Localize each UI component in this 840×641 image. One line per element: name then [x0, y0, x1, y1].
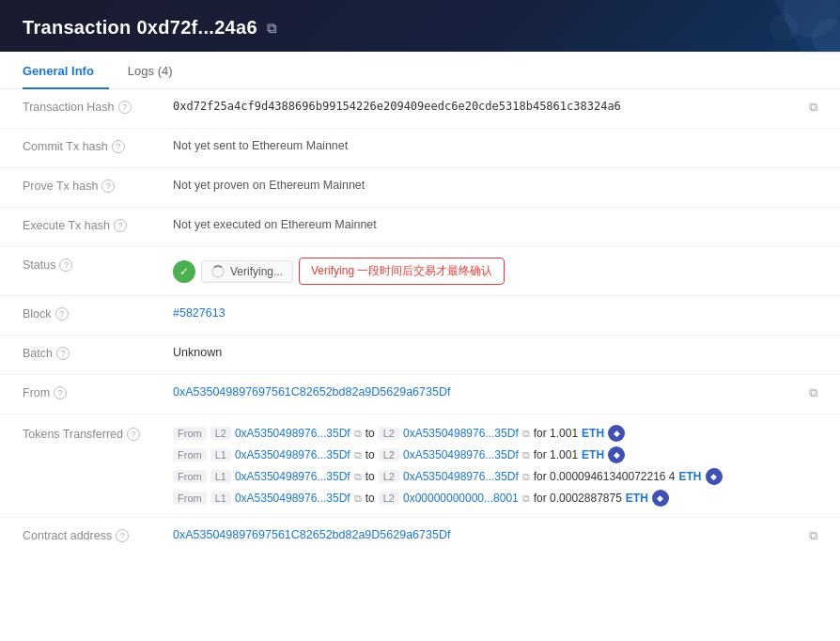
to-layer-3: L2 — [379, 470, 399, 483]
eth-icon-1[interactable]: ◆ — [608, 425, 625, 442]
help-commit-tx[interactable]: ? — [112, 140, 125, 153]
to-addr-4[interactable]: 0x00000000000...8001 — [403, 492, 519, 505]
help-batch[interactable]: ? — [56, 347, 70, 360]
svg-point-2 — [770, 14, 798, 42]
page-container: Transaction 0xd72f...24a6 ⧉ General Info… — [0, 0, 840, 641]
copy-contract-address[interactable]: ⧉ — [809, 528, 817, 543]
from-layer-2: From — [173, 448, 207, 461]
layer-l1-4: L1 — [210, 492, 231, 505]
copy-addr-to-2[interactable]: ⧉ — [522, 449, 530, 461]
label-batch: Batch ? — [23, 346, 173, 360]
row-block: Block ? #5827613 — [0, 296, 840, 336]
label-block: Block ? — [23, 306, 173, 320]
row-contract-address: Contract address ? 0xA535049897697561C82… — [0, 518, 840, 557]
copy-addr-from-1[interactable]: ⧉ — [354, 428, 362, 440]
block-link[interactable]: #5827613 — [173, 306, 226, 320]
layer-l2-1: L2 — [210, 427, 231, 440]
tab-logs[interactable]: Logs (4) — [128, 53, 188, 89]
row-tokens-transferred: Tokens Transferred ? From L2 0xA53504989… — [0, 414, 840, 518]
label-prove-tx: Prove Tx hash ? — [23, 179, 173, 193]
to-layer-1: L2 — [379, 427, 399, 440]
label-from: From ? — [23, 385, 173, 399]
label-execute-tx: Execute Tx hash ? — [23, 218, 173, 232]
token-transfer-line-3: From L1 0xA5350498976...35Df ⧉ to L2 0xA… — [173, 468, 723, 485]
value-tokens-transferred: From L2 0xA5350498976...35Df ⧉ to L2 0xA… — [173, 425, 817, 507]
eth-token-3[interactable]: ETH — [679, 470, 702, 483]
tabs-bar: General Info Logs (4) — [0, 52, 840, 89]
help-transaction-hash[interactable]: ? — [118, 101, 132, 114]
value-status: ✓ Verifying... Verifying 一段时间后交易才最终确认 — [173, 258, 817, 285]
layer-l1-2: L1 — [210, 448, 231, 461]
token-transfer-line-4: From L1 0xA5350498976...35Df ⧉ to L2 0x0… — [173, 490, 669, 507]
row-execute-tx: Execute Tx hash ? Not yet executed on Et… — [0, 208, 840, 247]
eth-icon-4[interactable]: ◆ — [652, 490, 669, 507]
row-from: From ? 0xA535049897697561C82652bd82a9D56… — [0, 375, 840, 414]
label-commit-tx: Commit Tx hash ? — [23, 139, 173, 153]
to-layer-2: L2 — [379, 448, 399, 461]
help-status[interactable]: ? — [59, 258, 72, 272]
eth-icon-3[interactable]: ◆ — [706, 468, 723, 485]
to-addr-3[interactable]: 0xA5350498976...35Df — [403, 470, 519, 483]
from-layer-1: From — [173, 427, 207, 440]
to-addr-2[interactable]: 0xA5350498976...35Df — [403, 448, 519, 461]
contract-address-link[interactable]: 0xA535049897697561C82652bd82a9D5629a6735… — [173, 528, 450, 541]
label-status: Status ? — [23, 258, 173, 272]
spinner-icon — [211, 265, 225, 278]
status-check-icon: ✓ — [173, 260, 195, 283]
verifying-tooltip: Verifying 一段时间后交易才最终确认 — [299, 258, 505, 285]
token-transfer-line-1: From L2 0xA5350498976...35Df ⧉ to L2 0xA… — [173, 425, 625, 442]
value-contract-address: 0xA535049897697561C82652bd82a9D5629a6735… — [173, 528, 809, 541]
header-copy-icon[interactable]: ⧉ — [267, 20, 277, 37]
from-addr-2[interactable]: 0xA5350498976...35Df — [235, 448, 350, 461]
layer-l1-3: L1 — [210, 470, 231, 483]
copy-transaction-hash[interactable]: ⧉ — [809, 100, 817, 115]
row-transaction-hash: Transaction Hash ? 0xd72f25a4cf9d4388696… — [0, 89, 840, 129]
verifying-badge: Verifying... — [201, 260, 293, 283]
help-tokens-transferred[interactable]: ? — [127, 428, 140, 441]
tab-general-info[interactable]: General Info — [23, 53, 109, 89]
copy-addr-from-4[interactable]: ⧉ — [354, 492, 362, 505]
row-commit-tx: Commit Tx hash ? Not yet sent to Ethereu… — [0, 129, 840, 168]
to-layer-4: L2 — [379, 492, 399, 505]
from-address-link[interactable]: 0xA535049897697561C82652bd82a9D5629a6735… — [173, 385, 450, 399]
copy-addr-from-2[interactable]: ⧉ — [354, 449, 362, 461]
help-contract-address[interactable]: ? — [116, 529, 129, 542]
value-execute-tx: Not yet executed on Ethereum Mainnet — [173, 218, 817, 231]
value-from: 0xA535049897697561C82652bd82a9D5629a6735… — [173, 385, 809, 399]
eth-icon-2[interactable]: ◆ — [608, 446, 625, 463]
to-addr-1[interactable]: 0xA5350498976...35Df — [403, 427, 519, 440]
copy-from-address[interactable]: ⧉ — [809, 385, 817, 400]
help-block[interactable]: ? — [55, 307, 69, 320]
value-block: #5827613 — [173, 306, 817, 320]
eth-token-1[interactable]: ETH — [582, 427, 604, 440]
label-contract-address: Contract address ? — [23, 528, 173, 542]
from-layer-4: From — [173, 492, 207, 505]
copy-addr-to-3[interactable]: ⧉ — [522, 471, 530, 483]
help-execute-tx[interactable]: ? — [114, 219, 127, 232]
row-status: Status ? ✓ Verifying... Verifying 一段时间后交… — [0, 247, 840, 296]
eth-token-2[interactable]: ETH — [582, 448, 604, 461]
help-prove-tx[interactable]: ? — [101, 180, 115, 193]
svg-marker-3 — [774, 0, 840, 55]
page-title: Transaction 0xd72f...24a6 — [23, 17, 257, 39]
svg-point-1 — [812, 19, 840, 55]
value-prove-tx: Not yet proven on Ethereum Mainnet — [173, 179, 817, 192]
copy-addr-to-4[interactable]: ⧉ — [522, 492, 530, 505]
header-decoration — [699, 0, 840, 55]
from-addr-3[interactable]: 0xA5350498976...35Df — [235, 470, 350, 483]
content-area: Transaction Hash ? 0xd72f25a4cf9d4388696… — [0, 89, 840, 557]
copy-addr-to-1[interactable]: ⧉ — [522, 428, 530, 440]
label-transaction-hash: Transaction Hash ? — [23, 100, 173, 114]
from-layer-3: From — [173, 470, 207, 483]
row-batch: Batch ? Unknown — [0, 336, 840, 375]
help-from[interactable]: ? — [54, 386, 67, 399]
value-batch: Unknown — [173, 346, 817, 359]
from-addr-4[interactable]: 0xA5350498976...35Df — [235, 492, 350, 505]
header: Transaction 0xd72f...24a6 ⧉ — [0, 0, 840, 52]
value-commit-tx: Not yet sent to Ethereum Mainnet — [173, 139, 817, 152]
eth-token-4[interactable]: ETH — [626, 492, 648, 505]
from-addr-1[interactable]: 0xA5350498976...35Df — [235, 427, 350, 440]
row-prove-tx: Prove Tx hash ? Not yet proven on Ethere… — [0, 168, 840, 208]
copy-addr-from-3[interactable]: ⧉ — [354, 471, 362, 483]
svg-point-0 — [784, 0, 840, 38]
